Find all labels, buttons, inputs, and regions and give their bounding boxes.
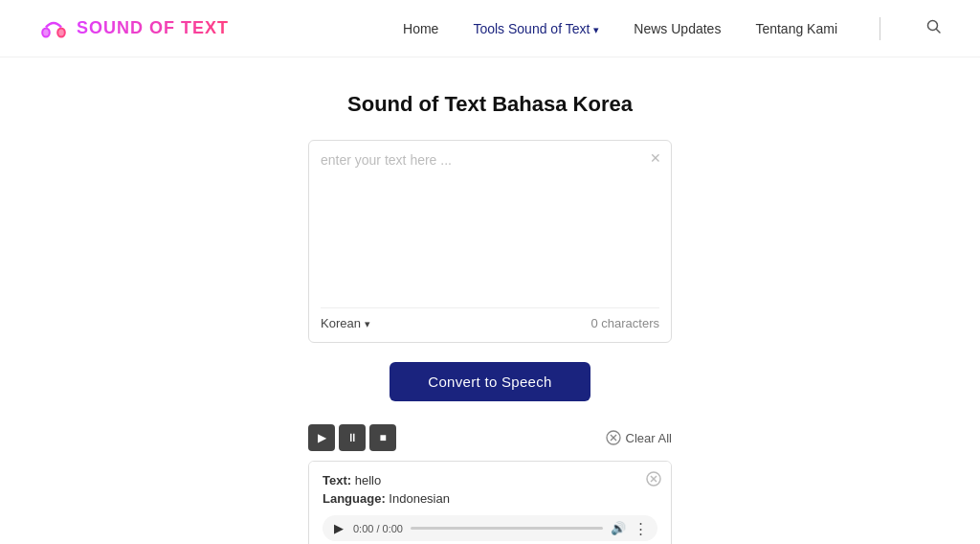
- play-all-button[interactable]: ▶: [308, 424, 335, 451]
- logo-icon: [38, 17, 69, 40]
- remove-icon: [646, 471, 661, 487]
- nav-news[interactable]: News Updates: [634, 21, 721, 36]
- page-title: Sound of Text Bahasa Korea: [347, 92, 633, 117]
- selected-language-label: Korean: [321, 316, 361, 330]
- remove-item-1-button[interactable]: [646, 471, 661, 490]
- more-options-1-button[interactable]: ⋮: [634, 520, 648, 537]
- playback-buttons: ▶ ⏸ ■: [308, 424, 396, 451]
- audio-player-1: ▶ 0:00 / 0:00 🔊 ⋮: [323, 515, 657, 541]
- stop-all-button[interactable]: ■: [369, 424, 396, 451]
- audio-item-1-lang: Language: Indonesian: [323, 491, 657, 506]
- site-header: SOUND OF TEXT Home Tools Sound of Text N…: [0, 0, 980, 57]
- language-chevron-icon: [365, 316, 370, 330]
- convert-to-speech-button[interactable]: Convert to Speech: [390, 362, 590, 401]
- svg-line-5: [937, 29, 941, 33]
- volume-1-button[interactable]: 🔊: [611, 521, 626, 535]
- clear-all-button[interactable]: Clear All: [606, 430, 672, 445]
- audio-item: Text: hello Language: Indonesian ▶ 0:00 …: [309, 462, 671, 544]
- text-input-box: ✕ Korean 0 characters: [308, 140, 672, 343]
- svg-point-2: [43, 29, 49, 35]
- text-input[interactable]: [321, 152, 659, 296]
- nav-tools[interactable]: Tools Sound of Text: [473, 21, 599, 36]
- main-content: Sound of Text Bahasa Korea ✕ Korean 0 ch…: [0, 57, 980, 544]
- language-selector[interactable]: Korean: [321, 316, 370, 330]
- main-nav: Home Tools Sound of Text News Updates Te…: [403, 17, 942, 40]
- clear-all-icon: [606, 430, 621, 445]
- char-count: 0 characters: [590, 316, 659, 330]
- nav-divider: [880, 17, 880, 40]
- logo-text: SOUND OF TEXT: [77, 18, 229, 38]
- audio-play-1-button[interactable]: ▶: [332, 519, 345, 537]
- pause-all-button[interactable]: ⏸: [339, 424, 366, 451]
- logo-area: SOUND OF TEXT: [38, 17, 229, 40]
- svg-point-3: [58, 29, 64, 35]
- clear-input-button[interactable]: ✕: [650, 150, 661, 166]
- search-icon[interactable]: [926, 19, 942, 38]
- audio-section: ▶ ⏸ ■ Clear All: [308, 424, 672, 544]
- audio-time-1: 0:00 / 0:00: [353, 523, 403, 534]
- audio-items-container: Text: hello Language: Indonesian ▶ 0:00 …: [308, 461, 672, 544]
- progress-track-1[interactable]: [411, 527, 603, 530]
- chevron-down-icon: [593, 21, 599, 36]
- nav-home[interactable]: Home: [403, 21, 438, 36]
- nav-tentang[interactable]: Tentang Kami: [755, 21, 837, 36]
- input-footer: Korean 0 characters: [321, 307, 659, 330]
- audio-item-1-text: Text: hello: [323, 473, 657, 487]
- audio-controls-row: ▶ ⏸ ■ Clear All: [308, 424, 672, 451]
